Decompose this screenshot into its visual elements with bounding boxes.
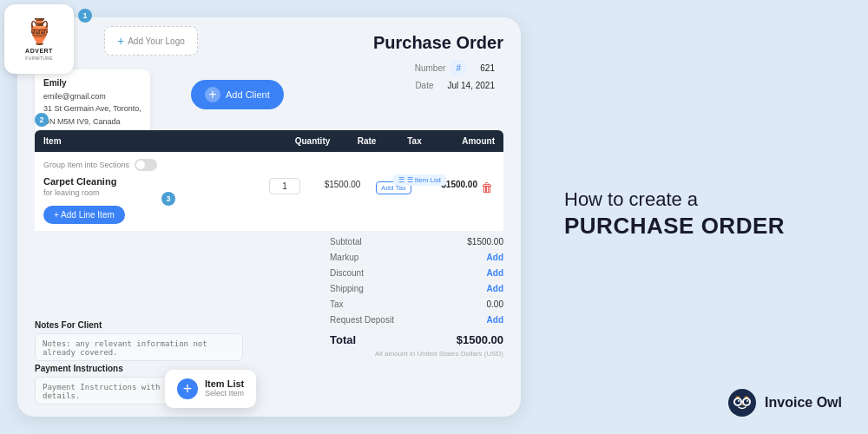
client-name: Emily bbox=[43, 76, 141, 90]
tooltip-plus-icon: + bbox=[177, 378, 198, 399]
markup-add[interactable]: Add bbox=[487, 253, 503, 262]
group-sections-row: Group Item into Sections bbox=[43, 159, 495, 171]
notes-textarea[interactable] bbox=[35, 333, 243, 361]
deposit-row: Request Deposit Add bbox=[330, 312, 503, 328]
company-name: ADVERT bbox=[25, 48, 53, 55]
date-value: Jul 14, 2021 bbox=[439, 79, 504, 92]
po-title: Purchase Order bbox=[373, 33, 503, 53]
company-logo: 🏺 ADVERT FURNITURE bbox=[4, 4, 74, 74]
add-line-item-button[interactable]: + Add Line Item bbox=[43, 206, 125, 224]
company-subtitle: FURNITURE bbox=[25, 56, 53, 61]
discount-row: Discount Add bbox=[330, 266, 503, 281]
totals-section: Subtotal $1500.00 Markup Add Discount Ad… bbox=[330, 234, 503, 358]
po-number-row: Number # 621 bbox=[373, 60, 503, 76]
subtotal-value: $1500.00 bbox=[467, 237, 503, 247]
tooltip-title: Item List bbox=[205, 378, 244, 389]
svg-point-6 bbox=[746, 400, 748, 402]
discount-label: Discount bbox=[330, 268, 364, 278]
po-meta: Number # 621 Date Jul 14, 2021 bbox=[373, 60, 503, 92]
item-name-col: Carpet Cleaning for leaving room bbox=[43, 176, 255, 197]
th-tax: Tax bbox=[395, 136, 434, 146]
notes-section: Notes For Client bbox=[35, 320, 243, 365]
group-sections-toggle[interactable] bbox=[135, 159, 157, 171]
th-quantity: Quantity bbox=[286, 136, 339, 146]
tax-row: Tax 0.00 bbox=[330, 297, 503, 312]
date-label: Date bbox=[415, 81, 433, 90]
tax-label: Tax bbox=[330, 299, 344, 309]
logo-icon: 🏺 bbox=[24, 17, 55, 46]
tax-value: 0.00 bbox=[487, 299, 503, 309]
heading-line2: PURCHASE ORDER bbox=[564, 212, 825, 241]
total-label: Total bbox=[330, 333, 356, 346]
item-list-label: ☰ Item List bbox=[407, 176, 441, 184]
heading-line1: How to create a bbox=[564, 188, 698, 210]
svg-point-3 bbox=[735, 399, 740, 404]
hash-icon: # bbox=[450, 60, 466, 76]
markup-row: Markup Add bbox=[330, 250, 503, 266]
item-qty-col: 1 bbox=[259, 176, 311, 194]
group-sections-label: Group Item into Sections bbox=[43, 161, 129, 169]
svg-point-4 bbox=[744, 399, 749, 404]
po-header: Purchase Order Number # 621 Date Jul 14,… bbox=[373, 33, 503, 92]
table-row: Carpet Cleaning for leaving room 1 $1500… bbox=[43, 176, 495, 197]
markup-label: Markup bbox=[330, 253, 358, 262]
shipping-label: Shipping bbox=[330, 284, 364, 293]
notes-label: Notes For Client bbox=[35, 320, 243, 330]
add-logo-button[interactable]: Add Your Logo bbox=[104, 26, 198, 56]
step3-badge: 3 bbox=[161, 192, 175, 206]
grand-total-row: Total $1500.00 bbox=[330, 328, 503, 348]
tooltip-text: Item List Select Item bbox=[205, 378, 244, 398]
svg-point-0 bbox=[728, 389, 756, 417]
add-logo-label: Add Your Logo bbox=[128, 36, 185, 46]
right-heading: How to create a PURCHASE ORDER bbox=[564, 187, 825, 241]
step1-badge: 1 bbox=[78, 9, 92, 23]
bottom-logo: Invoice Owl bbox=[727, 387, 842, 418]
item-quantity[interactable]: 1 bbox=[269, 178, 300, 194]
client-address1: 31 St Germain Ave, Toronto, bbox=[43, 102, 141, 115]
right-panel: How to create a PURCHASE ORDER bbox=[547, 187, 825, 247]
po-date-row: Date Jul 14, 2021 bbox=[373, 79, 503, 92]
delete-icon[interactable]: 🗑 bbox=[481, 181, 493, 194]
subtotal-row: Subtotal $1500.00 bbox=[330, 234, 503, 250]
deposit-label: Request Deposit bbox=[330, 315, 394, 325]
delete-item-col: 🗑 bbox=[481, 176, 495, 195]
step2-badge: 2 bbox=[35, 113, 49, 127]
th-rate: Rate bbox=[339, 136, 395, 146]
th-amount: Amount bbox=[434, 136, 495, 146]
number-label: Number bbox=[415, 63, 446, 73]
table-header: Item Quantity Rate Tax Amount bbox=[35, 130, 503, 152]
client-info: Emily emile@gmail.com 31 St Germain Ave,… bbox=[35, 69, 150, 135]
shipping-row: Shipping Add bbox=[330, 281, 503, 297]
list-icon: ☰ bbox=[398, 176, 404, 184]
client-email: emile@gmail.com bbox=[43, 90, 141, 102]
add-client-button[interactable]: Add Client bbox=[191, 80, 284, 109]
invoice-owl-text: Invoice Owl bbox=[765, 395, 842, 411]
subtotal-label: Subtotal bbox=[330, 237, 362, 247]
item-desc: for leaving room bbox=[43, 188, 255, 197]
th-item: Item bbox=[43, 136, 286, 146]
svg-point-5 bbox=[738, 400, 740, 402]
currency-note: All amount in United States Dollars (USD… bbox=[330, 350, 503, 358]
item-list-badge[interactable]: ☰ ☰ Item List bbox=[393, 174, 446, 186]
deposit-add[interactable]: Add bbox=[487, 315, 503, 325]
item-rate: $1500.00 bbox=[314, 176, 371, 189]
client-address2: ON M5M IV9, Canada bbox=[43, 115, 141, 128]
total-value: $1500.00 bbox=[457, 333, 503, 346]
owl-logo-icon bbox=[727, 387, 758, 418]
table-body: Group Item into Sections Carpet Cleaning… bbox=[35, 152, 503, 231]
item-list-tooltip: + Item List Select Item bbox=[165, 370, 256, 408]
tooltip-subtitle: Select Item bbox=[205, 389, 244, 398]
shipping-add[interactable]: Add bbox=[487, 284, 503, 293]
invoice-card: 🏺 ADVERT FURNITURE 1 Add Your Logo Emily… bbox=[17, 17, 521, 417]
number-value: 621 bbox=[471, 62, 503, 75]
add-client-label: Add Client bbox=[226, 89, 270, 100]
item-name: Carpet Cleaning bbox=[43, 176, 255, 187]
discount-add[interactable]: Add bbox=[487, 268, 503, 278]
items-table: Item Quantity Rate Tax Amount Group Item… bbox=[35, 130, 503, 231]
